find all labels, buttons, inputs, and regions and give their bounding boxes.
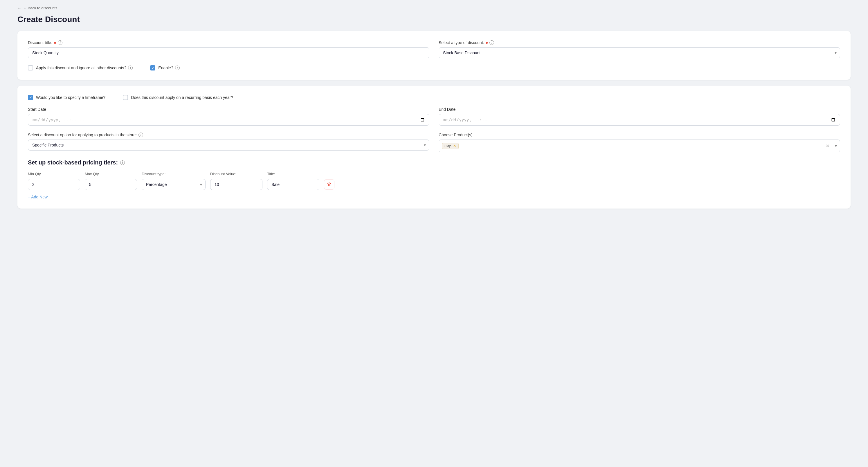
specify-timeframe-label: Would you like to specify a timeframe? [36,95,105,100]
col-title-label: Title: [267,172,319,176]
title-type-row: Discount title: i Select a type of disco… [28,40,840,58]
discount-option-label: Select a discount option for applying to… [28,133,429,137]
tier-discount-type-select-wrapper: Percentage Fixed ▾ [142,179,206,190]
tier-discount-value-input[interactable] [210,179,262,190]
enable-row: Enable? i [150,65,179,70]
discount-type-select[interactable]: Stock Base Discount Percentage Discount … [439,47,840,58]
end-date-label: End Date [439,107,840,112]
col-max-qty-label: Max Qty [85,172,137,176]
discount-type-group: Select a type of discount: i Stock Base … [439,40,840,58]
product-tag-remove-icon[interactable]: ✕ [453,144,456,148]
products-select-wrapper[interactable]: Cap ✕ ✕ ▾ [439,139,840,152]
apply-ignore-row: Apply this discount and ignore all other… [28,65,133,70]
enable-info-icon[interactable]: i [175,66,180,70]
discount-type-select-wrapper: Stock Base Discount Percentage Discount … [439,47,840,58]
tiers-section: Set up stock-based pricing tiers: i Min … [28,159,840,199]
enable-label: Enable? i [158,66,179,70]
trash-icon: 🗑 [327,182,332,187]
back-arrow-icon: ← [18,6,21,10]
start-date-group: Start Date [28,107,429,126]
product-option-row: Select a discount option for applying to… [28,133,840,152]
start-date-label: Start Date [28,107,429,112]
col-discount-value-label: Discount Value: [210,172,262,176]
recurring-row: Does this discount apply on a recurring … [123,95,233,100]
discount-title-input[interactable] [28,47,429,58]
discount-title-info-icon[interactable]: i [58,40,62,45]
start-date-input[interactable] [28,114,429,126]
add-new-button[interactable]: + Add New [28,195,840,199]
apply-ignore-info-icon[interactable]: i [128,66,133,70]
required-dot [54,42,56,44]
discount-option-group: Select a discount option for applying to… [28,133,429,152]
back-link-label: ← Back to discounts [23,6,58,10]
discount-title-group: Discount title: i [28,40,429,58]
specify-timeframe-row: Would you like to specify a timeframe? [28,95,105,100]
timeframe-checkboxes-row: Would you like to specify a timeframe? D… [28,95,840,100]
products-actions: ✕ ▾ [823,140,840,152]
tier-delete-button[interactable]: 🗑 [324,179,334,190]
discount-option-select-wrapper: Specific Products All Products Categorie… [28,139,429,151]
discount-option-select[interactable]: Specific Products All Products Categorie… [28,139,429,151]
required-dot-type [486,42,488,44]
discount-option-info-icon[interactable]: i [138,133,143,137]
end-date-group: End Date [439,107,840,126]
add-new-label: + Add New [28,195,48,199]
page-title: Create Discount [18,15,850,24]
tier-row: Percentage Fixed ▾ 🗑 [28,179,840,190]
apply-ignore-label: Apply this discount and ignore all other… [36,66,133,70]
col-discount-type-label: Discount type: [142,172,206,176]
products-dropdown-icon[interactable]: ▾ [832,140,840,152]
choose-products-group: Choose Product(s) Cap ✕ ✕ ▾ [439,133,840,152]
back-link[interactable]: ← ← Back to discounts [18,6,850,10]
checkboxes-row: Apply this discount and ignore all other… [28,65,840,70]
tiers-header-row: Min Qty Max Qty Discount type: Discount … [28,172,840,176]
product-tag-cap: Cap ✕ [442,143,459,149]
choose-products-label: Choose Product(s) [439,133,840,137]
discount-type-info-icon[interactable]: i [490,40,494,45]
date-row: Start Date End Date [28,107,840,126]
apply-ignore-checkbox[interactable] [28,65,33,70]
col-min-qty-label: Min Qty [28,172,80,176]
tier-discount-type-select[interactable]: Percentage Fixed [142,179,206,190]
specify-timeframe-checkbox[interactable] [28,95,33,100]
discount-type-label: Select a type of discount: i [439,40,840,45]
products-clear-icon[interactable]: ✕ [823,140,832,152]
tier-title-input[interactable] [267,179,319,190]
tiers-info-icon[interactable]: i [120,160,125,165]
enable-checkbox[interactable] [150,65,155,70]
tier-max-qty-input[interactable] [85,179,137,190]
timeframe-products-card: Would you like to specify a timeframe? D… [18,86,850,208]
tier-min-qty-input[interactable] [28,179,80,190]
recurring-checkbox[interactable] [123,95,128,100]
product-tag-label: Cap [444,144,452,148]
recurring-label: Does this discount apply on a recurring … [131,95,233,100]
end-date-input[interactable] [439,114,840,126]
tiers-title: Set up stock-based pricing tiers: i [28,159,840,166]
discount-title-label: Discount title: i [28,40,429,45]
discount-info-card: Discount title: i Select a type of disco… [18,31,850,80]
